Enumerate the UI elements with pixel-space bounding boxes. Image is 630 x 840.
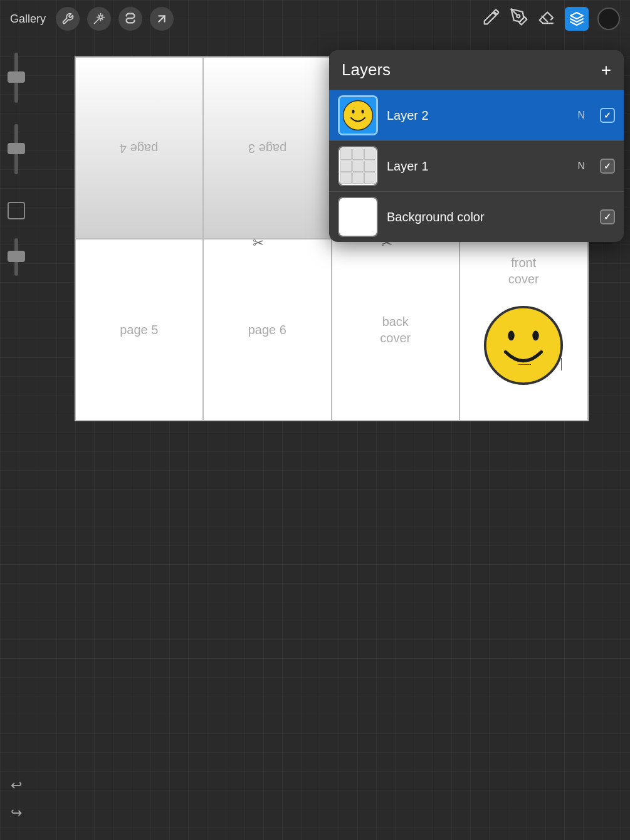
bg-color-white [339,198,377,236]
layer-1-name: Layer 1 [387,159,569,174]
layer-2-name: Layer 2 [387,108,569,123]
brush-icon[interactable] [482,8,501,31]
brush-size-thumb[interactable] [8,71,25,83]
selection-rect-icon[interactable] [8,202,25,219]
brush-size-slider[interactable] [14,53,18,103]
front-cover-label: frontcover [508,255,539,287]
page-cell-5[interactable]: page 5 [75,239,204,421]
pen-icon[interactable] [510,8,528,31]
page-4-label: page 4 [120,141,158,155]
page-6-label: page 6 [248,323,286,337]
layer-row-bg[interactable]: Background color [329,191,624,242]
layer-2-thumb [338,95,378,135]
svg-point-4 [508,331,515,341]
layers-panel: Layers + Layer 2 N Lay [329,50,624,242]
gallery-label[interactable]: Gallery [10,13,46,26]
bg-color-checkbox[interactable] [600,209,615,224]
layer-2-checkbox[interactable] [600,108,615,123]
undo-button[interactable]: ↩ [11,777,22,794]
magic-button[interactable] [87,7,111,31]
page-cell-6[interactable]: page 6 [203,239,332,421]
zoom-thumb[interactable] [8,251,25,262]
svg-point-8 [362,110,364,113]
page-cell-4[interactable]: page 4 [75,57,204,239]
page-cell-front-cover[interactable]: frontcover [459,239,588,421]
page-3-label: page 3 [248,141,286,155]
front-cover-smiley [483,305,564,386]
left-sidebar: ↩ ↪ [0,38,33,840]
layer-row-1[interactable]: Layer 1 N [329,140,624,191]
s-button[interactable] [118,7,142,31]
page-cell-3[interactable]: page 3 [203,57,332,239]
redo-button[interactable]: ↪ [11,805,22,821]
top-bar: Gallery [0,0,630,38]
svg-line-1 [159,16,164,21]
svg-point-5 [533,331,539,341]
svg-point-6 [344,101,373,130]
layer-1-thumb [338,146,378,186]
wrench-button[interactable] [56,7,80,31]
bg-color-thumb [338,197,378,237]
zoom-slider[interactable] [14,238,18,276]
opacity-slider[interactable] [14,124,18,174]
page-5-label: page 5 [120,323,158,337]
top-bar-right [482,7,620,31]
layer-1-n-badge: N [577,160,585,172]
color-picker[interactable] [597,8,620,30]
svg-point-0 [99,16,102,19]
svg-point-2 [517,14,520,18]
layer-1-checkbox[interactable] [600,159,615,174]
layer-2-n-badge: N [577,110,585,121]
eraser-icon[interactable] [537,8,556,31]
layer-2-smiley-thumb [340,97,376,134]
arrow-button[interactable] [150,7,174,31]
layers-button[interactable] [565,7,589,31]
svg-point-3 [485,307,562,384]
opacity-thumb[interactable] [8,143,25,154]
page-cell-back-cover[interactable]: backcover [332,239,460,421]
layers-title: Layers [342,60,391,80]
layers-header: Layers + [329,50,624,90]
svg-point-7 [352,110,355,113]
back-cover-label: backcover [380,313,411,346]
bg-color-name: Background color [387,210,591,224]
layer-1-grid-thumb [339,147,377,185]
layer-row-2[interactable]: Layer 2 N [329,90,624,140]
add-layer-button[interactable]: + [601,61,611,79]
